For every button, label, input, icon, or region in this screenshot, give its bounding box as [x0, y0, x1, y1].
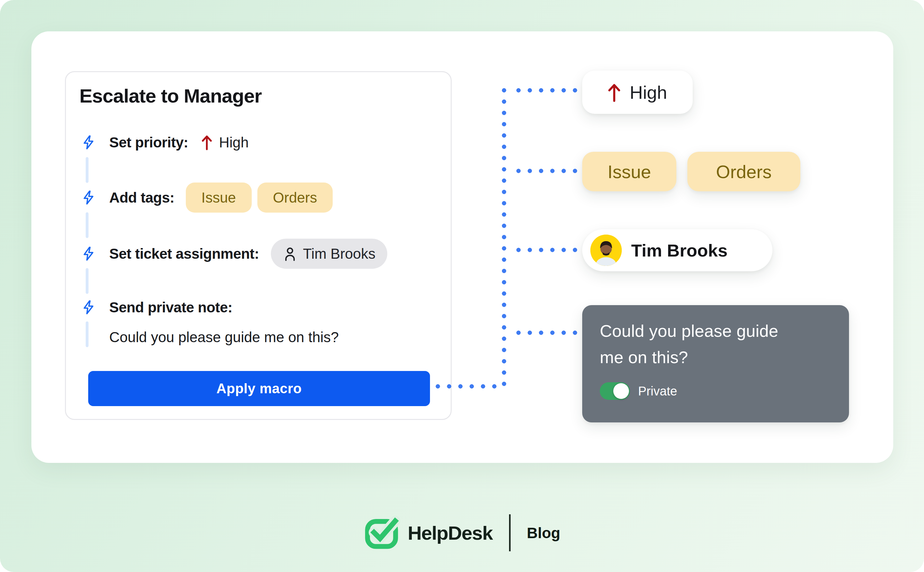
- step-send-note: Send private note:: [80, 292, 232, 323]
- lightning-bolt-icon: [80, 190, 97, 206]
- priority-value-text: High: [219, 134, 249, 151]
- step-label: Add tags:: [109, 189, 175, 206]
- step-connector: [86, 157, 89, 183]
- step-set-assignment: Set ticket assignment: Tim Brooks: [80, 238, 387, 269]
- divider: [509, 514, 510, 551]
- arrow-up-icon: [201, 134, 212, 151]
- page: Escalate to Manager Set priority: High: [0, 0, 924, 572]
- connector-priority: [516, 88, 579, 93]
- lightning-bolt-icon: [80, 134, 97, 151]
- step-set-priority: Set priority: High: [80, 127, 249, 158]
- note-line: Could you please guide: [600, 318, 831, 344]
- note-line: me on this?: [600, 344, 831, 370]
- tag-chip-issue[interactable]: Issue: [186, 182, 252, 213]
- connector-assignee: [516, 248, 579, 252]
- step-label: Send private note:: [109, 299, 232, 316]
- avatar: [591, 235, 622, 266]
- macro-panel: Escalate to Manager Set priority: High: [65, 71, 452, 420]
- step-connector: [86, 268, 89, 294]
- step-add-tags: Add tags: Issue Orders: [80, 182, 333, 213]
- callout-tag-issue: Issue: [582, 152, 676, 191]
- person-icon: [283, 246, 297, 262]
- note-preview: Could you please guide me on this?: [109, 322, 339, 353]
- step-connector: [86, 212, 89, 238]
- connector-tags: [516, 169, 579, 173]
- private-toggle[interactable]: [600, 382, 630, 400]
- priority-value: High: [201, 134, 249, 151]
- illustration-card: Escalate to Manager Set priority: High: [31, 31, 893, 463]
- apply-macro-button[interactable]: Apply macro: [88, 371, 430, 406]
- private-toggle-label: Private: [638, 384, 677, 398]
- assignee-name: Tim Brooks: [303, 245, 376, 262]
- tags-group: Issue Orders: [186, 182, 333, 213]
- brand-name: HelpDesk: [408, 522, 493, 544]
- tag-chip-orders[interactable]: Orders: [257, 182, 333, 213]
- connector-trunk: [502, 88, 506, 390]
- toggle-knob: [613, 383, 629, 399]
- assignee-chip[interactable]: Tim Brooks: [271, 239, 387, 269]
- callout-note-card: Could you please guide me on this? Priva…: [582, 305, 849, 423]
- arrow-up-icon: [608, 82, 621, 102]
- callout-assignee: Tim Brooks: [582, 229, 773, 271]
- callout-priority-text: High: [630, 82, 667, 103]
- step-connector: [86, 322, 89, 347]
- lightning-bolt-icon: [80, 299, 97, 316]
- macro-title: Escalate to Manager: [79, 85, 262, 107]
- footer-section-label: Blog: [527, 524, 560, 542]
- step-label: Set priority:: [109, 134, 188, 151]
- connector-note: [516, 331, 579, 335]
- step-label: Set ticket assignment:: [109, 245, 259, 262]
- private-toggle-row: Private: [600, 382, 831, 400]
- callout-assignee-name: Tim Brooks: [631, 240, 728, 261]
- connector-button: [436, 384, 499, 389]
- lightning-bolt-icon: [80, 246, 97, 262]
- helpdesk-logo-icon: [364, 514, 400, 551]
- callout-priority: High: [582, 71, 693, 114]
- footer-brand: HelpDesk Blog: [364, 514, 560, 551]
- callout-tag-orders: Orders: [687, 152, 800, 191]
